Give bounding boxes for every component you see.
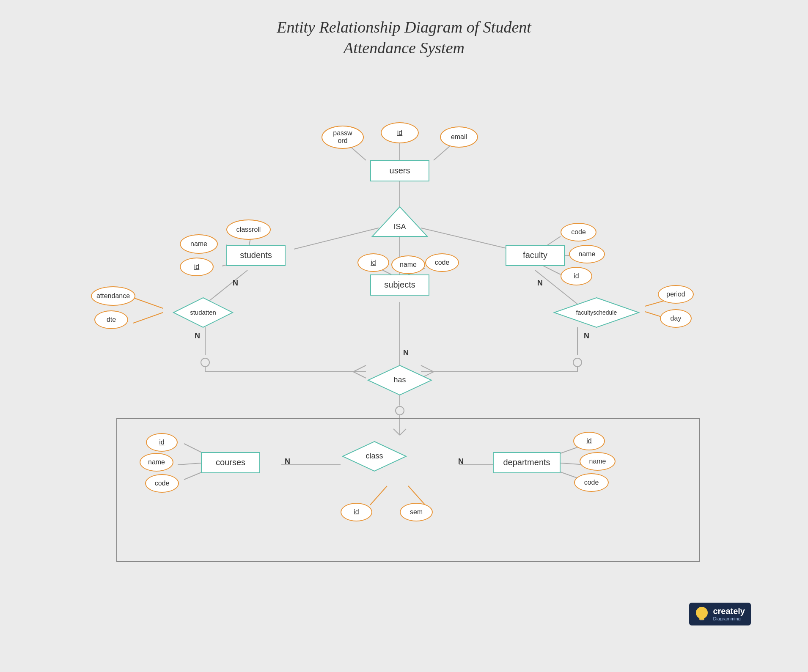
attr-faculty-code: code xyxy=(561,223,596,241)
entity-faculty: faculty xyxy=(506,245,565,266)
attr-facultyschedule-period: period xyxy=(658,285,694,304)
attr-class-id: id xyxy=(341,503,372,521)
attr-subjects-code: code xyxy=(425,253,459,272)
relationship-facultyschedule: facultyschedule xyxy=(552,296,641,329)
diagram-title: Entity Relationship Diagram of Student A… xyxy=(277,17,531,59)
svg-text:has: has xyxy=(393,376,406,384)
isa-diamond-svg: ISA xyxy=(370,205,429,239)
svg-text:ISA: ISA xyxy=(393,222,406,231)
card-studatten-students: N xyxy=(233,279,238,288)
class-diamond-svg: class xyxy=(341,439,408,473)
attr-departments-id: id xyxy=(573,432,605,450)
attr-users-email: email xyxy=(440,126,478,148)
entity-subjects: subjects xyxy=(370,274,429,296)
svg-line-4 xyxy=(294,228,379,249)
relationship-studatten: studatten xyxy=(171,296,235,329)
card-subjects-n: N xyxy=(403,348,409,357)
entity-departments: departments xyxy=(493,452,561,473)
attr-faculty-name: name xyxy=(569,245,605,263)
card-studatten-faculty: N xyxy=(537,279,543,288)
attr-courses-code: code xyxy=(145,474,179,493)
attr-users-id: id xyxy=(381,122,419,143)
svg-line-5 xyxy=(421,228,510,249)
card-courses-class: N xyxy=(285,457,290,466)
relationship-has: has xyxy=(366,363,434,397)
attr-students-name: name xyxy=(180,234,218,254)
main-container: Entity Relationship Diagram of Student A… xyxy=(0,0,808,672)
attr-courses-id: id xyxy=(146,433,178,452)
card-departments-class: N xyxy=(458,457,464,466)
svg-text:facultyschedule: facultyschedule xyxy=(576,309,617,316)
entity-students: students xyxy=(226,245,286,266)
attr-courses-name: name xyxy=(140,453,173,472)
svg-marker-54 xyxy=(372,207,427,236)
svg-text:class: class xyxy=(366,452,383,460)
attr-studatten-attendance: attendance xyxy=(91,286,135,306)
svg-text:studatten: studatten xyxy=(190,309,216,316)
attr-departments-code: code xyxy=(574,473,609,492)
attr-class-sem: sem xyxy=(400,503,433,521)
attr-students-classroll: classroll xyxy=(226,219,271,240)
svg-line-19 xyxy=(133,313,163,323)
svg-line-18 xyxy=(133,298,163,308)
attr-students-id: id xyxy=(180,258,214,276)
bulb-icon xyxy=(695,606,709,622)
attr-faculty-id: id xyxy=(561,267,592,285)
creately-logo: creately Diagramming xyxy=(689,603,751,625)
relationship-class: class xyxy=(341,439,408,473)
svg-point-30 xyxy=(573,358,582,367)
attr-departments-name: name xyxy=(580,452,616,471)
attr-users-password: password xyxy=(322,126,364,149)
attr-subjects-name: name xyxy=(391,255,425,274)
facultyschedule-diamond-svg: facultyschedule xyxy=(552,296,641,329)
svg-point-23 xyxy=(201,358,209,367)
attr-facultyschedule-day: day xyxy=(660,309,692,328)
svg-point-64 xyxy=(696,607,708,619)
inner-box xyxy=(116,418,700,562)
svg-line-28 xyxy=(353,365,366,372)
logo-text-stack: creately Diagramming xyxy=(713,606,745,621)
studatten-diamond-svg: studatten xyxy=(171,296,235,329)
has-diamond-svg: has xyxy=(366,363,434,397)
svg-line-26 xyxy=(353,372,366,378)
svg-point-39 xyxy=(396,406,404,415)
isa-relationship: ISA xyxy=(370,205,429,239)
entity-users: users xyxy=(370,160,429,181)
diagram-area: users id password email ISA students nam… xyxy=(44,67,764,638)
entity-courses: courses xyxy=(201,452,260,473)
card-studatten-n: N xyxy=(195,332,200,340)
attr-subjects-id: id xyxy=(357,253,389,272)
svg-line-2 xyxy=(434,145,451,160)
attr-studatten-dte: dte xyxy=(94,310,128,329)
card-faculty-n: N xyxy=(584,332,589,340)
